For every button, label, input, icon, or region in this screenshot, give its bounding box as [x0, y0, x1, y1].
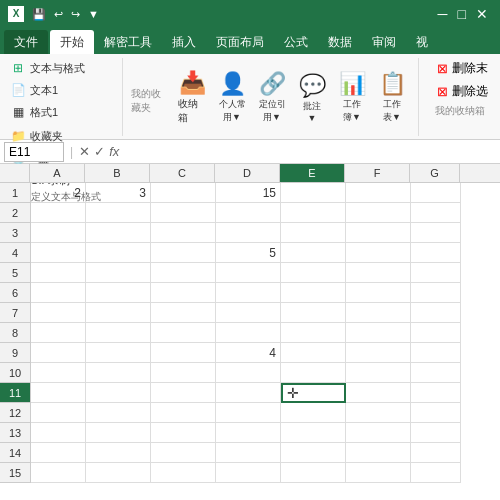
- cell-e7[interactable]: [281, 303, 346, 323]
- cell-a13[interactable]: [31, 423, 86, 443]
- confirm-icon[interactable]: ✓: [94, 144, 105, 159]
- cell-f14[interactable]: [346, 443, 411, 463]
- cell-f6[interactable]: [346, 283, 411, 303]
- cell-d8[interactable]: [216, 323, 281, 343]
- cell-b4[interactable]: [86, 243, 151, 263]
- cell-a2[interactable]: [31, 203, 86, 223]
- cell-e15[interactable]: [281, 463, 346, 483]
- cell-a8[interactable]: [31, 323, 86, 343]
- minimize-btn[interactable]: ─: [434, 6, 452, 22]
- cell-b1[interactable]: 3: [86, 183, 151, 203]
- cell-e3[interactable]: [281, 223, 346, 243]
- cell-f5[interactable]: [346, 263, 411, 283]
- cell-f1[interactable]: [346, 183, 411, 203]
- cell-f4[interactable]: [346, 243, 411, 263]
- cell-g8[interactable]: [411, 323, 461, 343]
- cell-d14[interactable]: [216, 443, 281, 463]
- cell-d1[interactable]: 15: [216, 183, 281, 203]
- redo-btn[interactable]: ↪: [69, 8, 82, 21]
- cell-a9[interactable]: [31, 343, 86, 363]
- btn-worksheet[interactable]: 📋 工作表▼: [374, 68, 410, 126]
- cell-c15[interactable]: [151, 463, 216, 483]
- undo-btn[interactable]: ↩: [52, 8, 65, 21]
- row-header-9[interactable]: 9: [0, 343, 30, 363]
- cell-a7[interactable]: [31, 303, 86, 323]
- btn-comment[interactable]: 💬 批注▼: [294, 70, 330, 125]
- cell-f13[interactable]: [346, 423, 411, 443]
- cell-b15[interactable]: [86, 463, 151, 483]
- cell-c9[interactable]: [151, 343, 216, 363]
- cell-f10[interactable]: [346, 363, 411, 383]
- cell-c1[interactable]: [151, 183, 216, 203]
- cell-g7[interactable]: [411, 303, 461, 323]
- cell-g12[interactable]: [411, 403, 461, 423]
- cell-b6[interactable]: [86, 283, 151, 303]
- cell-d12[interactable]: [216, 403, 281, 423]
- cell-b9[interactable]: [86, 343, 151, 363]
- col-header-b[interactable]: B: [85, 164, 150, 182]
- cell-b13[interactable]: [86, 423, 151, 443]
- cell-c10[interactable]: [151, 363, 216, 383]
- row-header-13[interactable]: 13: [0, 423, 30, 443]
- row-header-14[interactable]: 14: [0, 443, 30, 463]
- cell-b3[interactable]: [86, 223, 151, 243]
- cell-f2[interactable]: [346, 203, 411, 223]
- cell-a10[interactable]: [31, 363, 86, 383]
- cell-g3[interactable]: [411, 223, 461, 243]
- cell-b2[interactable]: [86, 203, 151, 223]
- cell-f9[interactable]: [346, 343, 411, 363]
- cell-e5[interactable]: [281, 263, 346, 283]
- btn-text1[interactable]: 📄 文本1: [6, 80, 89, 100]
- col-header-a[interactable]: A: [30, 164, 85, 182]
- cell-g10[interactable]: [411, 363, 461, 383]
- cell-c2[interactable]: [151, 203, 216, 223]
- cell-g5[interactable]: [411, 263, 461, 283]
- row-header-8[interactable]: 8: [0, 323, 30, 343]
- formula-input[interactable]: [123, 142, 496, 162]
- close-btn[interactable]: ✕: [472, 6, 492, 22]
- cell-f12[interactable]: [346, 403, 411, 423]
- cell-c12[interactable]: [151, 403, 216, 423]
- cell-c3[interactable]: [151, 223, 216, 243]
- cell-d2[interactable]: [216, 203, 281, 223]
- cell-d15[interactable]: [216, 463, 281, 483]
- cell-e6[interactable]: [281, 283, 346, 303]
- row-header-2[interactable]: 2: [0, 203, 30, 223]
- btn-inbox[interactable]: 📥 收纳箱: [174, 67, 210, 127]
- cell-c8[interactable]: [151, 323, 216, 343]
- cell-c4[interactable]: [151, 243, 216, 263]
- cell-d11[interactable]: [216, 383, 281, 403]
- cell-f11[interactable]: [346, 383, 411, 403]
- tab-view[interactable]: 视: [406, 30, 438, 54]
- cell-a1[interactable]: 2: [31, 183, 86, 203]
- cell-g13[interactable]: [411, 423, 461, 443]
- save-btn[interactable]: 💾: [30, 8, 48, 21]
- cell-e8[interactable]: [281, 323, 346, 343]
- customize-btn[interactable]: ▼: [86, 8, 101, 20]
- tab-review[interactable]: 审阅: [362, 30, 406, 54]
- btn-workbook[interactable]: 📊 工作簿▼: [334, 68, 370, 126]
- cell-c7[interactable]: [151, 303, 216, 323]
- cell-a11[interactable]: [31, 383, 86, 403]
- cell-a6[interactable]: [31, 283, 86, 303]
- row-header-12[interactable]: 12: [0, 403, 30, 423]
- col-header-g[interactable]: G: [410, 164, 460, 182]
- cell-e11[interactable]: [281, 383, 346, 403]
- cell-g9[interactable]: [411, 343, 461, 363]
- cell-c11[interactable]: [151, 383, 216, 403]
- restore-btn[interactable]: □: [454, 6, 470, 22]
- cell-a4[interactable]: [31, 243, 86, 263]
- cell-d7[interactable]: [216, 303, 281, 323]
- cell-b12[interactable]: [86, 403, 151, 423]
- cell-a3[interactable]: [31, 223, 86, 243]
- btn-text-format[interactable]: ⊞ 文本与格式: [6, 58, 89, 78]
- cell-e14[interactable]: [281, 443, 346, 463]
- cell-b10[interactable]: [86, 363, 151, 383]
- cell-g14[interactable]: [411, 443, 461, 463]
- col-header-c[interactable]: C: [150, 164, 215, 182]
- tab-formula[interactable]: 公式: [274, 30, 318, 54]
- cell-c14[interactable]: [151, 443, 216, 463]
- cell-f8[interactable]: [346, 323, 411, 343]
- cell-g15[interactable]: [411, 463, 461, 483]
- row-header-1[interactable]: 1: [0, 183, 30, 203]
